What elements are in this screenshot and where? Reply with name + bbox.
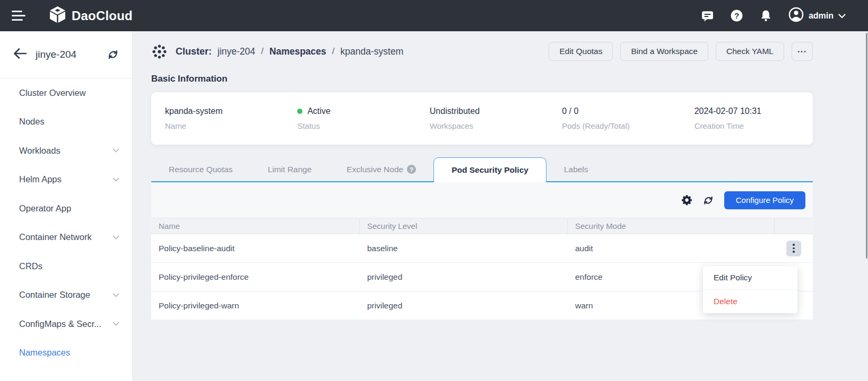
sidebar-item-label: CRDs: [19, 261, 42, 271]
vertical-scrollbar[interactable]: [866, 33, 867, 259]
tab-exclusive-node[interactable]: Exclusive Node ?: [329, 157, 433, 181]
field-status: Active Status: [283, 107, 415, 130]
tab-labels[interactable]: Labels: [546, 157, 606, 181]
tab-label: Limit Range: [268, 165, 312, 174]
daocloud-logo-icon: [49, 6, 66, 25]
user-menu[interactable]: admin: [788, 7, 846, 24]
tab-label: Labels: [564, 165, 588, 174]
edit-quotas-button[interactable]: Edit Quotas: [549, 42, 613, 61]
sidebar-item-cluster-overview[interactable]: Cluster Overview: [0, 78, 132, 108]
sidebar-item-operator-app[interactable]: Operator App: [0, 194, 132, 223]
sidebar-item-container-network[interactable]: Container Network: [0, 223, 132, 252]
back-arrow-icon[interactable]: [13, 48, 27, 61]
breadcrumb-current-namespace: kpanda-system: [341, 46, 404, 57]
column-header-actions: [775, 218, 813, 234]
brand-name: DaoCloud: [72, 8, 133, 23]
tab-bar: Resource Quotas Limit Range Exclusive No…: [151, 158, 813, 182]
policy-toolbar: Configure Policy: [151, 182, 813, 218]
basic-information-card: kpanda-system Name Active Status Undistr…: [151, 92, 813, 145]
tab-pod-security-policy[interactable]: Pod Security Policy: [433, 157, 546, 182]
help-icon[interactable]: ?: [730, 9, 743, 22]
chevron-down-icon: [112, 322, 119, 326]
chevron-down-icon: [112, 235, 119, 240]
field-label: Creation Time: [695, 121, 813, 130]
field-creation-time: 2024-02-07 10:31 Creation Time: [681, 107, 813, 130]
chevron-down-icon: [112, 148, 119, 153]
gear-icon[interactable]: [681, 194, 692, 206]
more-actions-button[interactable]: •••: [792, 42, 813, 61]
check-yaml-button[interactable]: Check YAML: [716, 42, 784, 61]
security-level-cell: baseline: [360, 234, 568, 262]
avatar-icon: [788, 7, 804, 24]
breadcrumb-separator: /: [332, 46, 335, 57]
tab-resource-quotas[interactable]: Resource Quotas: [151, 157, 250, 181]
sidebar-item-label: Helm Apps: [19, 174, 62, 184]
field-value: 0 / 0: [562, 107, 680, 116]
brand[interactable]: DaoCloud: [49, 6, 133, 25]
header-actions: Edit Quotas Bind a Workspace Check YAML …: [549, 42, 813, 61]
column-header-security-mode: Security Mode: [568, 218, 775, 234]
field-label: Name: [165, 121, 283, 130]
field-pods: 0 / 0 Pods (Ready/Total): [548, 107, 680, 130]
main-content: Cluster: jinye-204 / Namespaces / kpanda…: [133, 31, 868, 381]
sync-icon[interactable]: [107, 48, 119, 61]
sidebar-item-helm-apps[interactable]: Helm Apps: [0, 165, 132, 194]
sidebar-item-workloads[interactable]: Workloads: [0, 136, 132, 165]
sidebar-item-configmaps-secrets[interactable]: ConfigMaps & Secr...: [0, 309, 132, 339]
hamburger-icon[interactable]: [12, 11, 25, 21]
delete-menu-item[interactable]: Delete: [703, 290, 797, 313]
help-icon[interactable]: ?: [407, 165, 416, 174]
sidebar-item-nodes[interactable]: Nodes: [0, 108, 132, 137]
field-label: Pods (Ready/Total): [562, 121, 680, 130]
table-header: Name Security Level Security Mode: [151, 218, 813, 234]
security-level-cell: privileged: [360, 263, 568, 291]
configure-policy-button[interactable]: Configure Policy: [724, 191, 805, 209]
field-value: Undistributed: [430, 107, 548, 116]
sidebar-header: jinye-204: [0, 31, 132, 78]
column-header-name: Name: [151, 218, 360, 234]
policy-name-cell: Policy-privileged-warn: [151, 291, 360, 320]
field-value: 2024-02-07 10:31: [695, 107, 813, 116]
sidebar-item-label: Container Storage: [19, 290, 90, 300]
sidebar-item-label: Nodes: [19, 117, 45, 127]
sidebar-item-label: Container Network: [19, 232, 92, 242]
cluster-dots-icon: [151, 43, 168, 60]
tab-limit-range[interactable]: Limit Range: [250, 157, 329, 181]
sidebar-item-crds[interactable]: CRDs: [0, 252, 132, 281]
field-name: kpanda-system Name: [151, 107, 283, 130]
status-dot-icon: [297, 109, 302, 114]
sidebar-item-container-storage[interactable]: Container Storage: [0, 281, 132, 310]
chevron-down-icon: [112, 293, 119, 297]
sidebar-item-label: Cluster Overview: [19, 88, 86, 98]
edit-policy-menu-item[interactable]: Edit Policy: [703, 266, 797, 289]
column-header-security-level: Security Level: [360, 218, 568, 234]
sidebar: jinye-204 Cluster Overview Nodes Workloa…: [0, 31, 133, 381]
breadcrumb-separator: /: [261, 46, 264, 57]
navbar-right: ? admin: [701, 7, 846, 24]
chat-icon[interactable]: [701, 9, 714, 22]
field-label: Workspaces: [430, 121, 548, 130]
app-root: DaoCloud ?: [0, 0, 868, 381]
tab-label: Pod Security Policy: [452, 165, 528, 175]
field-label: Status: [297, 121, 415, 130]
kebab-menu-icon[interactable]: [786, 241, 801, 256]
basic-information-title: Basic Information: [151, 74, 813, 84]
sidebar-item-namespaces[interactable]: Namespaces: [0, 339, 132, 368]
sidebar-item-label: Operator App: [19, 203, 71, 214]
tab-label: Exclusive Node: [346, 165, 403, 174]
sidebar-item-label: Namespaces: [19, 348, 70, 358]
security-level-cell: privileged: [360, 291, 568, 320]
field-value: Active: [307, 107, 331, 116]
breadcrumb-namespaces[interactable]: Namespaces: [270, 46, 326, 57]
field-workspaces: Undistributed Workspaces: [416, 107, 548, 130]
bell-icon[interactable]: [759, 9, 772, 22]
refresh-icon[interactable]: [702, 194, 714, 206]
table-row: Policy-baseline-audit baseline audit: [151, 234, 813, 263]
bind-workspace-button[interactable]: Bind a Workspace: [620, 42, 708, 61]
sidebar-cluster-name: jinye-204: [36, 49, 76, 60]
tab-label: Resource Quotas: [169, 165, 233, 174]
breadcrumb-cluster-name[interactable]: jinye-204: [218, 46, 255, 57]
top-navbar: DaoCloud ?: [0, 0, 868, 31]
policy-name-cell: Policy-privileged-enforce: [151, 263, 360, 291]
chevron-down-icon: [838, 11, 846, 21]
